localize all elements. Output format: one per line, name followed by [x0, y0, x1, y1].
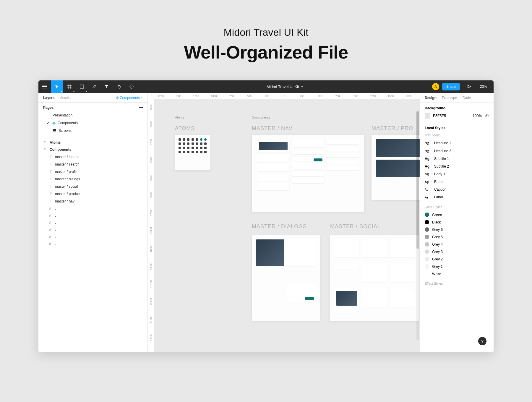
hero-subtitle: Midori Travel UI Kit	[184, 27, 348, 38]
text-style-row[interactable]: AgCaption	[425, 186, 489, 193]
move-tool[interactable]	[51, 80, 63, 93]
layer-label: master / iphone	[55, 155, 80, 159]
svg-rect-0	[42, 85, 47, 85]
svg-point-4	[486, 115, 487, 116]
color-style-row[interactable]: Grey 5	[425, 233, 489, 241]
layer-item[interactable]: Tmaster / product	[38, 190, 147, 197]
frame-title-dialogs: MASTER / DIALOGS	[252, 223, 307, 230]
color-style-row[interactable]: Grey 1	[425, 263, 489, 270]
help-button[interactable]: ?	[478, 337, 486, 345]
add-page-button[interactable]	[139, 106, 143, 109]
layer-frame-components[interactable]: # Components	[38, 146, 147, 153]
color-style-row[interactable]: Grey 6	[425, 226, 489, 233]
canvas[interactable]: -1750 -1500 -1250 -1000 -750 -500 -250 0…	[148, 93, 420, 352]
style-label: Body 1	[434, 172, 445, 176]
layer-item[interactable]: #.	[38, 240, 147, 247]
canvas-scrollbar[interactable]	[416, 111, 419, 341]
local-styles-title: Local Styles	[425, 126, 489, 130]
layer-item[interactable]: Tmaster / profile	[38, 168, 147, 175]
color-style-row[interactable]: Grey 3	[425, 248, 489, 255]
hand-tool[interactable]	[113, 80, 125, 93]
tab-prototype[interactable]: Prototype	[442, 96, 457, 100]
text-style-row[interactable]: AgHeadline 2	[425, 147, 489, 155]
share-button[interactable]: Share	[442, 83, 460, 90]
tab-assets[interactable]: Assets	[60, 96, 71, 100]
color-label: Grey 6	[432, 228, 443, 232]
text-icon: T	[49, 199, 53, 203]
color-swatch	[425, 257, 429, 261]
text-style-row[interactable]: AgSubtitle 1	[425, 155, 489, 163]
thumb-pro[interactable]	[372, 135, 420, 200]
bg-opacity[interactable]: 100%	[473, 114, 482, 118]
color-style-row[interactable]: Green	[425, 211, 489, 218]
color-label: Black	[432, 220, 441, 224]
tab-design[interactable]: Design	[425, 96, 437, 100]
user-avatar[interactable]: A	[432, 83, 439, 90]
thumb-dialogs[interactable]	[252, 235, 320, 321]
text-tool[interactable]	[100, 80, 113, 93]
layer-label: master / nav	[55, 199, 74, 203]
layer-item[interactable]: #.	[38, 233, 147, 240]
text-style-row[interactable]: AgBody 1	[425, 170, 489, 178]
chevron-down-icon	[301, 86, 303, 87]
layer-label: master / dialogs	[55, 177, 80, 181]
text-style-row[interactable]: AgButton	[425, 178, 489, 186]
layer-item[interactable]: #.	[38, 219, 147, 226]
chevron-down-icon	[61, 91, 62, 92]
layer-item[interactable]: Tmaster / search	[38, 161, 147, 168]
zoom-value: 23%	[480, 85, 487, 89]
visibility-icon[interactable]	[485, 114, 489, 118]
components-filter[interactable]: Components	[116, 96, 143, 100]
style-label: Label	[434, 195, 443, 199]
thumb-atoms[interactable]	[175, 135, 210, 170]
color-label: Grey 1	[432, 265, 443, 269]
text-style-row[interactable]: AgHeadline 1	[425, 139, 489, 147]
frame-tool[interactable]	[63, 80, 76, 93]
color-style-row[interactable]: White	[425, 270, 489, 278]
thumb-social[interactable]	[330, 235, 419, 321]
layer-label: master / profile	[55, 170, 78, 174]
comment-tool[interactable]	[125, 80, 138, 93]
text-style-row[interactable]: AgSubtitle 2	[425, 163, 489, 170]
left-panel: Layers Assets Components Pages ✓	[38, 93, 148, 352]
frame-label-atoms[interactable]: Atoms	[175, 116, 184, 119]
layer-item[interactable]: Tmaster / dialogs	[38, 175, 147, 183]
tab-code[interactable]: Code	[462, 96, 471, 100]
layer-item[interactable]: Tmaster / iphone	[38, 153, 147, 161]
layer-frame-atoms[interactable]: # Atoms	[38, 139, 147, 146]
layer-item[interactable]: Tmaster / social	[38, 183, 147, 190]
color-style-row[interactable]: Black	[425, 218, 489, 226]
page-item-screens[interactable]: ✓ Screens	[38, 127, 147, 134]
frame-title-atoms: ATOMS	[175, 125, 195, 132]
chevron-down-icon	[85, 91, 87, 92]
color-swatch	[425, 227, 429, 232]
text-style-row[interactable]: AgLabel	[425, 193, 489, 201]
chevron-down-icon	[141, 98, 143, 98]
color-style-row[interactable]: Grey 2	[425, 255, 489, 263]
bg-swatch[interactable]	[425, 113, 430, 119]
menu-button[interactable]	[38, 80, 51, 93]
text-icon: T	[49, 184, 53, 189]
check-icon: ✓	[47, 121, 50, 125]
color-label: White	[432, 272, 441, 276]
present-button[interactable]	[463, 80, 475, 93]
tab-layers[interactable]: Layers	[43, 96, 55, 100]
pen-tool[interactable]	[88, 80, 100, 93]
ruler-horizontal: -1750 -1500 -1250 -1000 -750 -500 -250 0…	[148, 93, 420, 99]
color-style-row[interactable]: Grey 4	[425, 241, 489, 248]
file-name[interactable]: Midori Travel UI Kit	[138, 85, 432, 89]
style-label: Headline 1	[434, 141, 451, 145]
layer-item[interactable]: #.	[38, 212, 147, 219]
text-icon: T	[49, 177, 53, 181]
bg-hex[interactable]: E5E5E5	[433, 114, 470, 118]
frame-label-components[interactable]: Components	[252, 116, 270, 119]
layer-item[interactable]: #.	[38, 205, 147, 212]
zoom-control[interactable]: 23%	[478, 85, 490, 89]
layer-item[interactable]: #.	[38, 226, 147, 233]
shape-tool[interactable]	[76, 80, 88, 93]
page-item-components[interactable]: ✓ Components	[38, 119, 147, 127]
page-item-presentation[interactable]: ✓ Presentation	[38, 111, 147, 119]
layer-label: Atoms	[50, 140, 61, 145]
thumb-nav[interactable]	[252, 135, 364, 212]
layer-item[interactable]: Tmaster / nav	[38, 197, 147, 205]
